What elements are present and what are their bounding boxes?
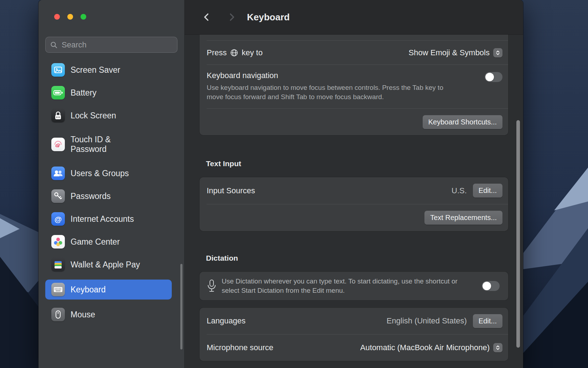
sidebar-item-internet-accounts[interactable]: @ Internet Accounts (45, 211, 172, 227)
keyboard-navigation-description: Use keyboard navigation to move focus be… (207, 83, 453, 102)
system-settings-window: Screen Saver Battery (38, 0, 523, 368)
search-input[interactable] (61, 40, 173, 50)
sidebar-item-label: Internet Accounts (71, 214, 134, 224)
microphone-source-row: Microphone source Automatic (MacBook Air… (200, 334, 508, 361)
keyboard-navigation-toggle[interactable] (485, 72, 502, 82)
sidebar-item-mouse[interactable]: Mouse (45, 307, 172, 322)
sidebar-scrollbar[interactable] (180, 264, 182, 349)
forward-button[interactable] (226, 12, 237, 22)
languages-label: Languages (207, 316, 387, 326)
game-center-icon (51, 235, 65, 249)
toggle-knob (485, 73, 494, 81)
keyboard-shortcuts-button[interactable]: Keyboard Shortcuts... (423, 115, 502, 129)
dictation-description: Use Dictation wherever you can type text… (222, 277, 475, 295)
toggle-knob (483, 282, 491, 290)
input-sources-controls: U.S. Edit... (452, 184, 502, 198)
mouse-icon (51, 308, 65, 321)
screen-saver-icon (51, 63, 65, 77)
press-label-prefix: Press (207, 48, 227, 57)
main-pane: Keyboard Press key to (185, 0, 523, 368)
sidebar-item-label: Wallet & Apple Pay (71, 260, 140, 270)
keyboard-shortcuts-row: Keyboard Shortcuts... (200, 109, 508, 135)
search-icon (50, 41, 58, 49)
clipped-row (200, 35, 508, 40)
minimize-window-button[interactable] (67, 14, 73, 20)
dictation-heading: Dictation (206, 231, 523, 262)
keyboard-navigation-label: Keyboard navigation (207, 71, 485, 80)
users-icon (51, 167, 65, 180)
globe-key-popup-value: Show Emoji & Symbols (409, 48, 490, 57)
sidebar-item-battery[interactable]: Battery (45, 85, 172, 101)
close-window-button[interactable] (54, 14, 60, 20)
touch-id-icon (51, 138, 65, 151)
dictation-options-group: Languages English (United States) Edit..… (200, 308, 508, 361)
input-sources-label: Input Sources (207, 186, 452, 195)
keyboard-icon (51, 283, 65, 296)
globe-key-popup[interactable]: Show Emoji & Symbols (409, 48, 502, 57)
sidebar-item-label: Game Center (71, 237, 120, 247)
sidebar-item-label: Keyboard (71, 285, 105, 295)
languages-row: Languages English (United States) Edit..… (200, 308, 508, 334)
chevron-left-icon (202, 12, 211, 22)
content-scrollbar[interactable] (516, 120, 520, 348)
sidebar-item-passwords[interactable]: Passwords (45, 188, 172, 204)
sidebar: Screen Saver Battery (38, 0, 185, 368)
dictation-row: Use Dictation wherever you can type text… (200, 272, 508, 300)
keyboard-navigation-row: Keyboard navigation Use keyboard navigat… (200, 65, 508, 108)
sidebar-item-label: Mouse (71, 310, 95, 320)
sidebar-item-users-groups[interactable]: Users & Groups (45, 165, 172, 181)
window-controls (54, 14, 184, 20)
input-sources-edit-button[interactable]: Edit... (473, 184, 502, 198)
key-icon (51, 189, 65, 203)
lock-icon (51, 109, 65, 122)
battery-icon (51, 86, 65, 99)
page-title: Keyboard (247, 12, 290, 23)
text-replacements-button[interactable]: Text Replacements... (424, 211, 502, 225)
languages-edit-button[interactable]: Edit... (473, 314, 502, 328)
press-label-suffix: key to (242, 48, 263, 57)
sidebar-item-label: Lock Screen (71, 111, 116, 121)
sidebar-item-touch-id-password[interactable]: Touch ID & Password (45, 131, 172, 158)
sidebar-item-lock-screen[interactable]: Lock Screen (45, 108, 172, 123)
settings-content: Press key to Show Emoji & Symbols (185, 35, 523, 368)
zoom-window-button[interactable] (81, 14, 86, 20)
microphone-icon (207, 278, 217, 294)
input-sources-row: Input Sources U.S. Edit... (200, 177, 508, 204)
wallet-icon (51, 258, 65, 271)
chevron-right-icon (227, 12, 236, 22)
sidebar-item-label: Battery (71, 88, 97, 98)
sidebar-list: Screen Saver Battery (38, 53, 184, 368)
sidebar-search[interactable] (45, 37, 177, 53)
sidebar-item-game-center[interactable]: Game Center (45, 234, 172, 250)
languages-controls: English (United States) Edit... (387, 314, 502, 328)
dictation-toggle-group: Use Dictation wherever you can type text… (200, 272, 508, 300)
globe-icon (230, 48, 238, 57)
titlebar: Keyboard (185, 0, 523, 35)
popup-stepper-icon (493, 343, 502, 352)
languages-value: English (United States) (387, 316, 467, 326)
sidebar-item-label: Touch ID & Password (71, 135, 140, 154)
back-button[interactable] (201, 12, 212, 22)
microphone-source-value: Automatic (MacBook Air Microphone) (360, 343, 490, 352)
at-icon: @ (51, 212, 65, 226)
press-globe-key-row: Press key to Show Emoji & Symbols (200, 41, 508, 65)
sidebar-item-wallet-apple-pay[interactable]: Wallet & Apple Pay (45, 257, 172, 272)
sidebar-item-label: Users & Groups (71, 169, 129, 178)
sidebar-item-screen-saver[interactable]: Screen Saver (45, 62, 172, 78)
sidebar-item-label: Passwords (71, 191, 110, 201)
keyboard-settings-group: Press key to Show Emoji & Symbols (200, 35, 508, 135)
microphone-source-label: Microphone source (207, 343, 360, 352)
dictation-toggle[interactable] (482, 281, 500, 291)
text-replacements-row: Text Replacements... (200, 204, 508, 231)
text-input-group: Input Sources U.S. Edit... Text Replacem… (200, 177, 508, 231)
keyboard-navigation-text: Keyboard navigation Use keyboard navigat… (207, 71, 485, 102)
input-sources-value: U.S. (452, 186, 467, 195)
sidebar-item-keyboard[interactable]: Keyboard (45, 280, 172, 300)
microphone-source-popup[interactable]: Automatic (MacBook Air Microphone) (360, 343, 502, 352)
popup-stepper-icon (493, 48, 502, 57)
sidebar-item-label: Screen Saver (71, 65, 120, 75)
svg-text:@: @ (55, 215, 62, 223)
press-globe-key-label: Press key to (207, 48, 409, 57)
text-input-heading: Text Input (206, 135, 523, 168)
